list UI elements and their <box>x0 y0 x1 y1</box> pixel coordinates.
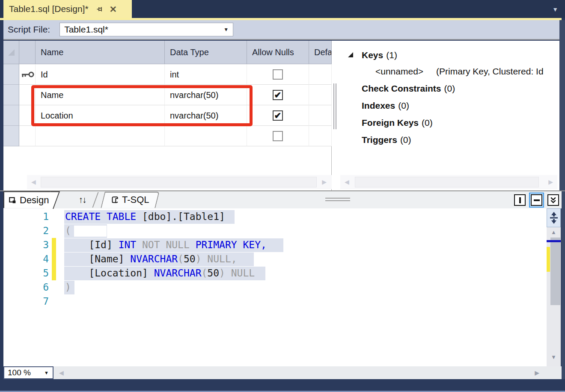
up-down-arrows-icon: ↑↓ <box>79 195 86 205</box>
allow-nulls-cell <box>247 64 309 85</box>
document-tab-table1[interactable]: Table1.sql [Design]* ✕ <box>3 0 132 18</box>
highlight-inset <box>74 226 107 237</box>
default-cell[interactable] <box>309 85 332 105</box>
tree-item-count: (0) <box>398 101 409 110</box>
change-marker-yellow <box>547 247 550 272</box>
column-type-cell[interactable]: int <box>165 64 247 85</box>
name-column-header[interactable]: Name <box>36 41 165 64</box>
row-selector[interactable] <box>3 126 19 146</box>
tree-item-count: (0) <box>422 118 433 128</box>
horizontal-splitter-grip[interactable] <box>325 198 350 201</box>
scroll-right-icon[interactable]: ▶ <box>535 369 539 376</box>
caret-position-marker <box>547 240 561 242</box>
tree-item-unnamed-key[interactable]: <unnamed>(Primary Key, Clustered: Id <box>375 66 544 78</box>
tsql-code-editor[interactable]: 1CREATE TABLE [dbo].[Table1]2(3 [Id] INT… <box>3 208 547 366</box>
scroll-down-icon[interactable]: ▼ <box>547 354 561 360</box>
scroll-right-icon[interactable]: ▶ <box>548 178 553 185</box>
bottom-frame-bar <box>0 379 565 392</box>
vertical-pane-splitter[interactable] <box>332 41 338 190</box>
grid-horizontal-scrollbar[interactable]: ◀ ▶ <box>27 175 332 189</box>
close-tab-icon[interactable]: ✕ <box>110 5 117 14</box>
panel-tabstrip: Design ↑↓ T-SQL <box>3 191 562 208</box>
default-cell[interactable] <box>309 105 332 126</box>
code-line[interactable]: 1CREATE TABLE [dbo].[Table1] <box>3 210 547 224</box>
allow-nulls-checkbox[interactable]: ✔ <box>273 110 283 121</box>
code-line[interactable]: 7 <box>3 294 547 309</box>
vertical-split-button[interactable] <box>514 194 526 206</box>
code-line[interactable]: 2( <box>3 224 547 238</box>
default-cell[interactable] <box>309 64 332 85</box>
allow-nulls-checkbox[interactable] <box>273 131 283 141</box>
scroll-left-icon[interactable]: ◀ <box>31 178 36 185</box>
scrollbar-thumb[interactable] <box>355 177 539 187</box>
tree-item-label: Check Constraints <box>362 83 441 93</box>
row-selector[interactable] <box>3 105 19 126</box>
tree-item-triggers[interactable]: Triggers(0) <box>362 135 411 146</box>
allow-nulls-cell <box>247 126 309 146</box>
row-selector[interactable] <box>3 85 19 105</box>
script-file-combobox[interactable]: Table1.sql* ▼ <box>59 23 233 36</box>
datatype-column-header[interactable]: Data Type <box>165 41 247 64</box>
grid-row-new <box>3 126 332 146</box>
key-detail: (Primary Key, Clustered: Id <box>436 66 544 76</box>
combobox-arrow-icon[interactable]: ▼ <box>223 27 229 33</box>
tree-item-keys[interactable]: Keys(1) <box>362 50 397 62</box>
primary-key-icon <box>19 64 36 85</box>
zoom-dropdown[interactable]: 100 % ▼ <box>3 366 54 379</box>
collapse-pane-button[interactable] <box>547 194 559 206</box>
line-number[interactable]: 4 <box>29 252 49 266</box>
pin-icon[interactable] <box>96 6 104 13</box>
tab-list-chevron-icon[interactable]: ▼ <box>552 6 558 13</box>
tab-design[interactable]: Design <box>3 191 53 208</box>
code-line[interactable]: 5 [Location] NVARCHAR(50) NULL <box>3 266 547 280</box>
scroll-left-icon[interactable]: ◀ <box>59 369 64 376</box>
key-name: <unnamed> <box>375 66 423 76</box>
code-line[interactable]: 6) <box>3 280 547 294</box>
line-number[interactable]: 3 <box>29 238 49 252</box>
code-text: ( <box>65 224 71 238</box>
tab-tsql-label: T-SQL <box>122 194 149 205</box>
designer-icon <box>9 196 16 204</box>
tree-item-indexes[interactable]: Indexes(0) <box>362 101 409 112</box>
tab-sync-order[interactable]: ↑↓ <box>68 191 96 208</box>
editor-vertical-scrollbar[interactable]: ▲ ▼ <box>547 208 561 366</box>
horizontal-split-inner <box>531 194 542 206</box>
change-tracking-bar <box>52 238 56 280</box>
allow-nulls-checkbox[interactable] <box>273 69 283 80</box>
expanded-node-icon[interactable] <box>348 52 353 57</box>
split-view-buttons <box>514 193 559 208</box>
horizontal-split-button-active[interactable] <box>529 193 544 208</box>
code-text: ) <box>65 280 71 294</box>
column-type-cell[interactable] <box>165 126 247 146</box>
scrollbar-thumb[interactable] <box>41 177 317 187</box>
scroll-up-icon[interactable]: ▲ <box>547 229 561 235</box>
code-line[interactable]: 3 [Id] INT NOT NULL PRIMARY KEY, <box>3 238 547 252</box>
scrollbar-thumb[interactable] <box>550 238 560 305</box>
code-text: [Name] NVARCHAR(50) NULL, <box>65 252 237 266</box>
zoom-arrow-icon[interactable]: ▼ <box>44 370 49 375</box>
allownulls-column-header[interactable]: Allow Nulls <box>247 41 309 64</box>
line-number[interactable]: 2 <box>29 224 49 238</box>
line-number[interactable]: 1 <box>29 210 49 224</box>
tab-tsql[interactable]: T-SQL <box>103 191 158 208</box>
scroll-left-icon[interactable]: ◀ <box>345 178 349 185</box>
row-selector[interactable] <box>3 64 19 85</box>
line-number[interactable]: 6 <box>29 280 49 294</box>
select-all-corner[interactable] <box>3 41 19 64</box>
line-number[interactable]: 7 <box>29 294 49 309</box>
code-text: [Id] INT NOT NULL PRIMARY KEY, <box>65 238 267 252</box>
column-name-cell[interactable]: Id <box>36 64 165 85</box>
split-window-handle[interactable] <box>547 208 561 227</box>
code-text: [Location] NVARCHAR(50) NULL <box>65 266 255 280</box>
tree-item-check-constraints[interactable]: Check Constraints(0) <box>362 83 455 95</box>
tree-item-foreign-keys[interactable]: Foreign Keys(0) <box>362 118 433 129</box>
default-column-header[interactable]: Default <box>309 41 332 64</box>
column-name-cell[interactable] <box>36 126 165 146</box>
scroll-right-icon[interactable]: ▶ <box>322 178 327 185</box>
properties-horizontal-scrollbar[interactable]: ◀ ▶ <box>340 175 557 189</box>
line-number[interactable]: 5 <box>29 266 49 280</box>
tree-item-label: Indexes <box>362 101 395 110</box>
code-line[interactable]: 4 [Name] NVARCHAR(50) NULL, <box>3 252 547 266</box>
allow-nulls-checkbox[interactable]: ✔ <box>273 90 283 100</box>
default-cell[interactable] <box>309 126 332 146</box>
